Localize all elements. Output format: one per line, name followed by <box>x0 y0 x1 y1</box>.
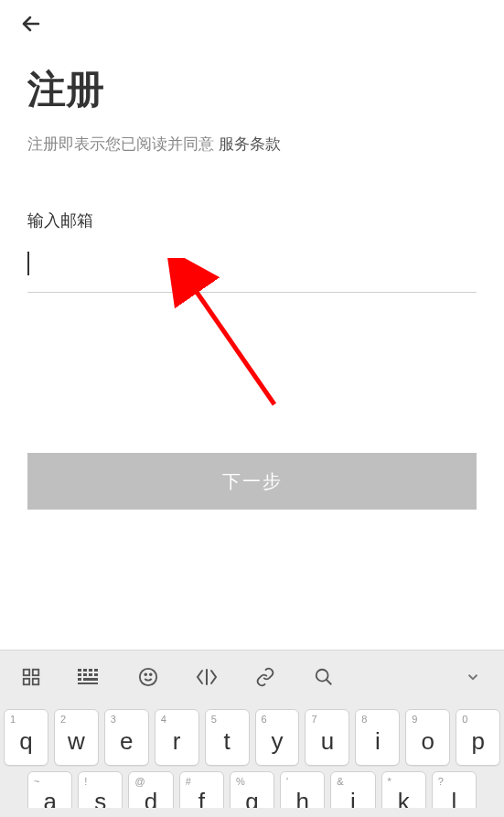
key-sub-label: ? <box>438 776 444 787</box>
svg-rect-13 <box>89 673 92 676</box>
next-button[interactable]: 下一步 <box>27 453 477 510</box>
key-main-label: f <box>198 788 205 809</box>
keyboard-layout-icon[interactable] <box>75 662 104 692</box>
key-sub-label: 1 <box>10 714 16 725</box>
key-sub-label: % <box>236 776 245 787</box>
key-j[interactable]: &j <box>330 771 375 808</box>
key-main-label: l <box>451 788 456 809</box>
svg-rect-3 <box>24 670 29 675</box>
svg-line-2 <box>192 285 274 404</box>
consent-prefix: 注册即表示您已阅读并同意 <box>27 135 219 153</box>
key-main-label: r <box>173 727 181 756</box>
key-s[interactable]: !s <box>78 771 123 808</box>
text-cursor <box>27 252 29 275</box>
svg-rect-5 <box>24 679 29 684</box>
key-u[interactable]: 7u <box>305 709 349 766</box>
emoji-icon[interactable] <box>134 662 163 692</box>
svg-rect-4 <box>33 670 38 675</box>
key-main-label: q <box>19 727 32 756</box>
key-main-label: h <box>295 788 308 809</box>
key-sub-label: 8 <box>361 714 367 725</box>
key-r[interactable]: 4r <box>155 709 199 766</box>
key-main-label: u <box>321 727 334 756</box>
terms-link[interactable]: 服务条款 <box>219 135 281 153</box>
key-sub-label: 2 <box>60 714 66 725</box>
key-sub-label: 9 <box>412 714 417 725</box>
page-title: 注册 <box>27 64 477 115</box>
key-sub-label: 0 <box>462 714 467 725</box>
key-q[interactable]: 1q <box>4 709 48 766</box>
svg-rect-15 <box>78 678 81 681</box>
email-input[interactable] <box>27 252 477 293</box>
key-i[interactable]: 8i <box>355 709 400 766</box>
key-h[interactable]: 'h <box>280 771 325 808</box>
virtual-keyboard: 1q2w3e4r5t6y7u8i9o0p ~a!s@d#f%g'h&j*k?l <box>0 650 504 817</box>
key-f[interactable]: #f <box>179 771 224 808</box>
svg-rect-9 <box>89 669 92 672</box>
key-main-label: i <box>375 727 381 756</box>
key-main-label: d <box>145 788 157 809</box>
key-sub-label: @ <box>134 776 145 787</box>
svg-line-23 <box>327 680 332 685</box>
key-sub-label: 4 <box>161 714 166 725</box>
svg-rect-7 <box>78 669 81 672</box>
key-a[interactable]: ~a <box>27 771 72 808</box>
code-icon[interactable] <box>192 662 221 692</box>
key-sub-label: 7 <box>311 714 316 725</box>
key-main-label: o <box>421 727 434 756</box>
key-sub-label: # <box>186 776 191 787</box>
key-main-label: y <box>271 727 283 756</box>
key-sub-label: & <box>337 776 343 787</box>
svg-point-22 <box>316 670 328 682</box>
key-main-label: g <box>245 788 258 809</box>
key-main-label: k <box>398 788 410 809</box>
svg-rect-16 <box>83 678 98 681</box>
grid-icon[interactable] <box>16 662 46 692</box>
key-e[interactable]: 3e <box>104 709 149 766</box>
svg-rect-11 <box>78 673 81 676</box>
key-main-label: j <box>350 788 356 809</box>
key-sub-label: * <box>388 776 391 787</box>
key-k[interactable]: *k <box>381 771 426 808</box>
search-icon[interactable] <box>309 662 338 692</box>
svg-rect-14 <box>94 673 98 676</box>
chevron-down-icon[interactable] <box>458 662 488 692</box>
key-main-label: w <box>68 727 85 756</box>
link-icon[interactable] <box>251 662 280 692</box>
key-sub-label: 6 <box>262 714 267 725</box>
key-d[interactable]: @d <box>128 771 173 808</box>
key-y[interactable]: 6y <box>255 709 300 766</box>
key-main-label: s <box>94 788 106 809</box>
key-o[interactable]: 9o <box>405 709 450 766</box>
email-field-label: 输入邮箱 <box>27 210 477 231</box>
key-sub-label: ~ <box>34 776 39 787</box>
svg-rect-10 <box>94 669 98 672</box>
consent-text: 注册即表示您已阅读并同意 服务条款 <box>27 134 477 155</box>
svg-rect-8 <box>83 669 87 672</box>
key-sub-label: 5 <box>211 714 217 725</box>
key-sub-label: 3 <box>111 714 116 725</box>
svg-rect-12 <box>83 673 87 676</box>
key-main-label: a <box>43 788 56 809</box>
key-g[interactable]: %g <box>230 771 274 808</box>
key-main-label: e <box>120 727 133 756</box>
key-main-label: p <box>471 727 484 756</box>
key-t[interactable]: 5t <box>205 709 250 766</box>
key-l[interactable]: ?l <box>432 771 477 808</box>
svg-point-19 <box>145 673 146 675</box>
svg-rect-17 <box>78 683 98 684</box>
svg-point-20 <box>150 673 152 675</box>
back-arrow-icon[interactable] <box>18 11 44 37</box>
key-p[interactable]: 0p <box>456 709 500 766</box>
key-sub-label: ! <box>84 776 87 787</box>
key-main-label: t <box>223 727 230 756</box>
svg-point-18 <box>140 669 156 685</box>
svg-rect-6 <box>33 679 38 684</box>
key-w[interactable]: 2w <box>54 709 99 766</box>
key-sub-label: ' <box>286 776 288 787</box>
